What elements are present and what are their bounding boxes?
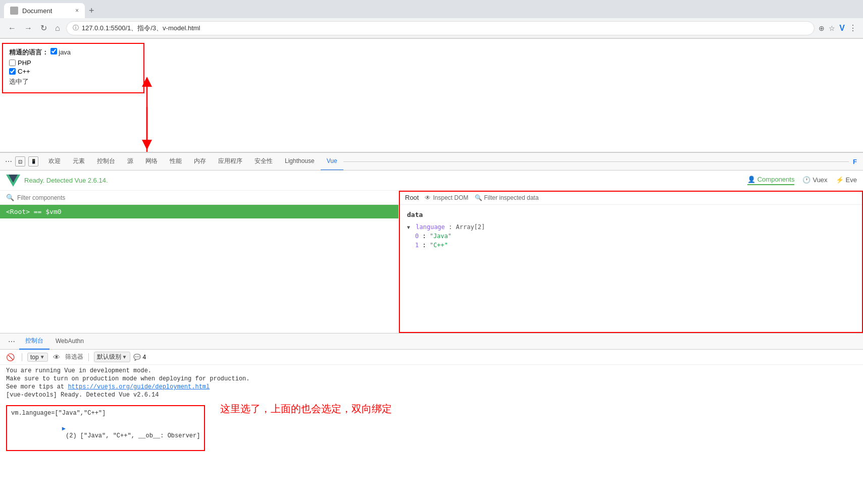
- tab-elements[interactable]: 元素: [67, 153, 91, 171]
- tab-events[interactable]: ⚡ Eve: [836, 176, 857, 185]
- top-label: top: [30, 354, 39, 361]
- console-output: You are running Vue in development mode.…: [0, 365, 863, 504]
- device-icon[interactable]: 📱: [28, 156, 38, 166]
- array-items: 0 : "Java" 1 : "C++": [415, 232, 855, 250]
- tab-welcome[interactable]: 欢迎: [42, 153, 67, 171]
- expand-arrow[interactable]: ▶: [62, 425, 66, 432]
- tab-security[interactable]: 安全性: [248, 153, 279, 171]
- tab-vuex[interactable]: 🕐 Vuex: [802, 176, 827, 185]
- filter-label: 筛选器: [65, 353, 83, 361]
- cpp-item: C++: [9, 68, 137, 75]
- chat-icon: 💬: [133, 354, 141, 361]
- root-component-item[interactable]: <Root> == $vm0: [0, 205, 398, 218]
- back-button[interactable]: ←: [6, 22, 18, 35]
- console-tab-webauthn[interactable]: WebAuthn: [49, 333, 90, 350]
- console-message-3: See more tips at https://vuejs.org/guide…: [6, 383, 857, 391]
- inspector-panel: Root 👁 Inspect DOM 🔍 Filter inspected da…: [399, 191, 863, 333]
- filter-icon: 🔍: [475, 194, 482, 201]
- console-more-icon[interactable]: ⋯: [4, 338, 19, 346]
- filter-bar: 🔍: [0, 191, 398, 205]
- inspector-header: Root 👁 Inspect DOM 🔍 Filter inspected da…: [399, 191, 863, 205]
- tab-close-button[interactable]: ×: [75, 7, 79, 14]
- level-dropdown-arrow: ▼: [122, 354, 127, 360]
- tab-sources[interactable]: 源: [121, 153, 139, 171]
- tab-lighthouse[interactable]: Lighthouse: [279, 153, 321, 171]
- refresh-button[interactable]: ↻: [38, 21, 49, 35]
- new-tab-button[interactable]: +: [85, 6, 98, 16]
- filter-data-action[interactable]: 🔍 Filter inspected data: [475, 194, 539, 201]
- tab-application[interactable]: 应用程序: [212, 153, 248, 171]
- tab-network[interactable]: 网络: [139, 153, 164, 171]
- tab-console[interactable]: 控制台: [91, 153, 121, 171]
- console-code-box: vm.language=["Java","C++"] ▶ (2) ["Java"…: [6, 405, 205, 451]
- console-toolbar: 🚫 top ▼ 👁 筛选器 默认级别 ▼ 💬 4: [0, 350, 863, 365]
- php-checkbox[interactable]: [9, 60, 16, 66]
- devtools-panel: ⋯ ⊡ 📱 欢迎 元素 控制台 源 网络 性能 内存 应用程序: [0, 152, 863, 504]
- value-1: "C++": [430, 242, 448, 249]
- annotation-text: 这里选了，上面的也会选定，双向绑定: [220, 402, 392, 416]
- message-count: 💬 4: [133, 354, 146, 361]
- vue-header-tabs: 👤 Components 🕐 Vuex ⚡ Eve: [747, 176, 857, 185]
- bookmark-icon[interactable]: ☆: [829, 24, 835, 32]
- tab-components[interactable]: 👤 Components: [747, 176, 795, 185]
- more-tools-icon[interactable]: ⋯: [2, 157, 15, 165]
- extension-icon[interactable]: V: [839, 24, 845, 33]
- array-item-0: 0 : "Java": [415, 232, 855, 241]
- vue-main-area: 🔍 <Root> == $vm0 Root 👁 Inspect DOM: [0, 191, 863, 333]
- browser-tab[interactable]: Document ×: [4, 3, 85, 18]
- tab-performance[interactable]: 性能: [164, 153, 188, 171]
- index-1: 1: [415, 242, 419, 249]
- vue-logo: [6, 175, 20, 187]
- address-bar[interactable]: ⓘ 127.0.0.1:5500/1、指令/3、v-model.html: [66, 21, 815, 35]
- components-icon: 👤: [747, 176, 755, 183]
- tab-title: Document: [22, 7, 52, 15]
- vue-devtools-body: Ready. Detected Vue 2.6.14. 👤 Components…: [0, 171, 863, 504]
- demo-title-label: 精通的语言：: [9, 48, 48, 56]
- security-icon: ⓘ: [73, 24, 79, 32]
- vuex-icon: 🕐: [802, 176, 810, 184]
- console-tabs: ⋯ 控制台 WebAuthn: [0, 333, 863, 350]
- menu-icon[interactable]: ⋮: [849, 23, 857, 33]
- inspect-dom-action[interactable]: 👁 Inspect DOM: [425, 194, 468, 201]
- breadcrumb: Root: [405, 194, 419, 201]
- filter-input[interactable]: [17, 194, 392, 201]
- level-label: 默认级别: [97, 353, 121, 361]
- root-item-label: <Root> == $vm0: [6, 208, 62, 215]
- cpp-checkbox[interactable]: [9, 68, 16, 75]
- java-checkbox[interactable]: [50, 48, 57, 54]
- eye-filter-button[interactable]: 👁: [51, 352, 62, 362]
- tab-vue[interactable]: Vue: [321, 153, 343, 171]
- forward-button[interactable]: →: [22, 22, 34, 35]
- tab-bar: Document × +: [0, 0, 863, 18]
- zoom-icon[interactable]: ⊕: [819, 24, 825, 32]
- value-0: "Java": [430, 233, 451, 240]
- tab-memory[interactable]: 内存: [188, 153, 212, 171]
- php-item: PHP: [9, 59, 137, 67]
- code-line-2: ▶ (2) ["Java", "C++", __ob__: Observer]: [11, 417, 200, 447]
- inspector-icon[interactable]: ⊡: [15, 156, 25, 166]
- console-link[interactable]: https://vuejs.org/guide/deployment.html: [68, 383, 210, 390]
- index-0: 0: [415, 233, 419, 240]
- demo-java-checkbox-label: java: [50, 48, 71, 56]
- message-number: 4: [143, 354, 146, 361]
- language-property: ▼ language : Array[2]: [407, 222, 855, 232]
- page-content: 精通的语言： java PHP C++ 选中了: [0, 39, 863, 152]
- tab-favicon: [10, 7, 18, 15]
- top-selector[interactable]: top ▼: [27, 353, 48, 362]
- expand-icon[interactable]: F: [849, 158, 861, 165]
- toolbar-divider: [22, 353, 22, 361]
- eye-icon: 👁: [425, 194, 431, 201]
- home-button[interactable]: ⌂: [53, 22, 62, 35]
- level-selector[interactable]: 默认级别 ▼: [94, 352, 130, 362]
- console-message-1: You are running Vue in development mode.: [6, 367, 857, 375]
- console-tab-main[interactable]: 控制台: [19, 333, 49, 350]
- code-and-annotation: vm.language=["Java","C++"] ▶ (2) ["Java"…: [6, 402, 857, 451]
- data-inspector-body: data ▼ language : Array[2] 0 : "Java": [399, 205, 863, 260]
- vue-header: Ready. Detected Vue 2.6.14. 👤 Components…: [0, 171, 863, 191]
- data-label: data: [407, 211, 855, 218]
- code-line-1: vm.language=["Java","C++"]: [11, 409, 200, 417]
- array-item-1: 1 : "C++": [415, 241, 855, 250]
- clear-console-button[interactable]: 🚫: [4, 352, 17, 362]
- browser-chrome: Document × + ← → ↻ ⌂ ⓘ 127.0.0.1:5500/1、…: [0, 0, 863, 39]
- expand-triangle[interactable]: ▼: [407, 225, 410, 230]
